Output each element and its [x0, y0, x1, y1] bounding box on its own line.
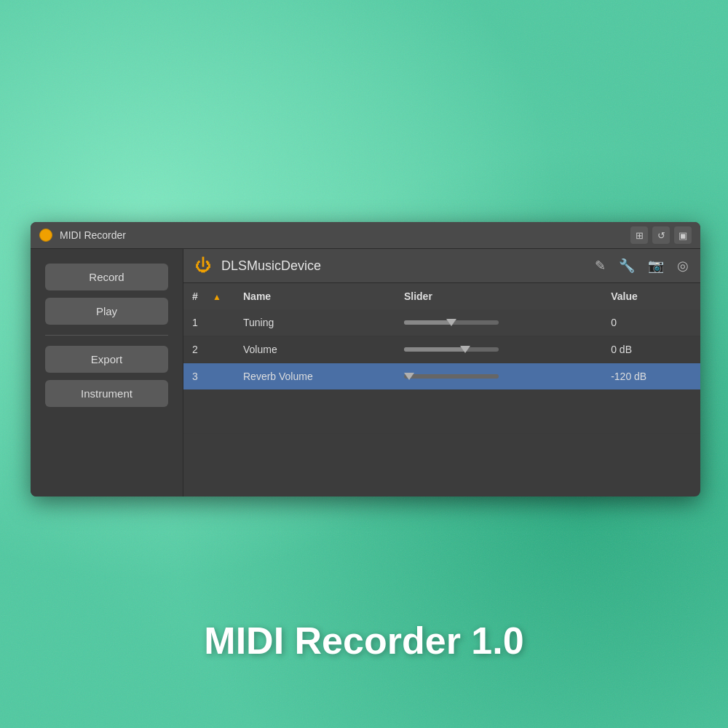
params-table: # ▲ Name Slider Value 1 Tuning	[183, 283, 700, 434]
title-bar-controls: ⊞ ↺ ▣	[630, 226, 692, 244]
app-window: MIDI Recorder ⊞ ↺ ▣ Record Play Export I…	[31, 222, 700, 496]
power-icon[interactable]: ⏻	[195, 256, 211, 275]
row-slider[interactable]	[395, 336, 602, 363]
table-row[interactable]: 1 Tuning 0	[183, 309, 700, 336]
table-row-empty	[183, 390, 700, 434]
row-sort	[213, 336, 234, 363]
slider-track[interactable]	[404, 320, 499, 325]
col-header-name: Name	[234, 283, 395, 309]
window-refresh-btn[interactable]: ↺	[652, 226, 670, 244]
row-value: -120 dB	[602, 363, 700, 390]
window-dot[interactable]	[39, 229, 52, 242]
camera-icon[interactable]: 📷	[648, 258, 664, 274]
record-button[interactable]: Record	[45, 264, 168, 290]
slider-thumb	[460, 346, 470, 353]
edit-icon[interactable]: ✎	[595, 258, 606, 274]
row-num: 2	[183, 336, 213, 363]
window-resize-btn[interactable]: ⊞	[630, 226, 648, 244]
row-value: 0	[602, 309, 700, 336]
sort-arrow-icon: ▲	[213, 292, 221, 302]
row-sort	[213, 363, 234, 390]
row-num: 1	[183, 309, 213, 336]
table-header-row: # ▲ Name Slider Value	[183, 283, 700, 309]
sidebar: Record Play Export Instrument	[31, 249, 183, 496]
window-save-btn[interactable]: ▣	[674, 226, 692, 244]
col-header-value: Value	[602, 283, 700, 309]
title-bar: MIDI Recorder ⊞ ↺ ▣	[31, 222, 700, 249]
instrument-button[interactable]: Instrument	[45, 380, 168, 407]
main-panel: ⏻ DLSMusicDevice ✎ 🔧 📷 ◎ # ▲	[183, 249, 700, 496]
wrench-icon[interactable]: 🔧	[619, 258, 635, 274]
device-name: DLSMusicDevice	[221, 258, 585, 274]
window-body: Record Play Export Instrument ⏻ DLSMusic…	[31, 249, 700, 496]
row-slider[interactable]	[395, 309, 602, 336]
col-header-sort[interactable]: ▲	[213, 283, 234, 309]
table-row[interactable]: 3 Reverb Volume -120 dB	[183, 363, 700, 390]
row-name: Volume	[234, 336, 395, 363]
col-header-num: #	[183, 283, 213, 309]
table-row[interactable]: 2 Volume 0 dB	[183, 336, 700, 363]
sidebar-divider	[45, 335, 168, 336]
slider-fill	[404, 347, 466, 352]
slider-thumb	[446, 319, 456, 326]
row-name: Reverb Volume	[234, 363, 395, 390]
device-icons: ✎ 🔧 📷 ◎	[595, 258, 689, 274]
row-name: Tuning	[234, 309, 395, 336]
slider-fill	[404, 320, 451, 325]
export-button[interactable]: Export	[45, 346, 168, 373]
device-header: ⏻ DLSMusicDevice ✎ 🔧 📷 ◎	[183, 249, 700, 283]
row-slider[interactable]	[395, 363, 602, 390]
row-num: 3	[183, 363, 213, 390]
slider-thumb	[404, 373, 414, 380]
col-header-slider: Slider	[395, 283, 602, 309]
row-sort	[213, 309, 234, 336]
signal-icon[interactable]: ◎	[677, 258, 689, 274]
slider-track[interactable]	[404, 374, 499, 379]
footer-text: MIDI Recorder 1.0	[0, 619, 728, 662]
slider-track[interactable]	[404, 347, 499, 352]
row-value: 0 dB	[602, 336, 700, 363]
play-button[interactable]: Play	[45, 298, 168, 325]
window-title: MIDI Recorder	[60, 229, 623, 241]
